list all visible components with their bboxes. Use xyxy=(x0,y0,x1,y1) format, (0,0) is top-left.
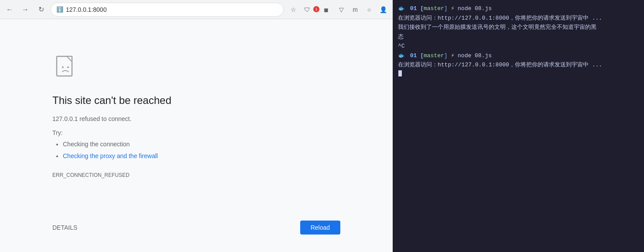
prompt-num-2: 01 [ xyxy=(407,52,424,60)
terminal-line-7: 在浏览器访问：http://127.0.0.1:8000，你将把你的请求发送到宇… xyxy=(398,61,639,69)
error-code: ERR_CONNECTION_REFUSED xyxy=(52,172,340,178)
address-bar[interactable]: ℹ️ 127.0.0.1:8000 xyxy=(51,3,284,17)
error-actions: DETAILS Reload xyxy=(52,221,340,235)
terminal-line-8 xyxy=(398,70,639,76)
details-link[interactable]: DETAILS xyxy=(52,224,77,231)
forward-button[interactable]: → xyxy=(19,3,31,16)
prompt-cmd-2: node 08.js xyxy=(454,52,492,60)
output-4: 在浏览器访问：http://127.0.0.1:8000，你将把你的请求发送到宇… xyxy=(398,61,602,69)
svg-text:◼: ◼ xyxy=(324,7,329,13)
terminal-line-3: 我们接收到了一个用原始膜发送讯号的文明，这个文明竟然完全不知道宇宙的黑 xyxy=(398,23,639,32)
error-icon xyxy=(52,54,79,80)
extension3-button[interactable]: ▽ xyxy=(335,3,347,16)
terminal-cursor xyxy=(398,70,402,76)
toolbar-icons: ☆ 🛡 1 ◼ ▽ m ○ 👤 xyxy=(287,3,389,16)
extension5-button[interactable]: ○ xyxy=(363,3,375,16)
prompt-bracket-close-2: ] xyxy=(444,52,451,60)
browser-panel: ← → ↻ ℹ️ 127.0.0.1:8000 ☆ 🛡 1 ◼ ▽ m ○ 👤 xyxy=(0,0,393,252)
reload-button-page[interactable]: Reload xyxy=(300,221,340,235)
prompt-bracket-close-1: ] xyxy=(444,4,451,13)
extension-icon-wrap: 🛡 1 xyxy=(301,3,319,16)
proxy-link[interactable]: Checking the proxy and the firewall xyxy=(63,152,158,159)
ctrl-c: ^C xyxy=(398,42,405,51)
try-label: Try: xyxy=(52,129,340,136)
output-2: 我们接收到了一个用原始膜发送讯号的文明，这个文明竟然完全不知道宇宙的黑 xyxy=(398,23,596,32)
output-1: 在浏览器访问：http://127.0.0.1:8000，你将把你的请求发送到宇… xyxy=(398,14,602,23)
address-text: 127.0.0.1:8000 xyxy=(66,6,106,13)
browser-toolbar: ← → ↻ ℹ️ 127.0.0.1:8000 ☆ 🛡 1 ◼ ▽ m ○ 👤 xyxy=(0,0,393,19)
error-suggestions: Checking the connection Checking the pro… xyxy=(52,140,340,163)
terminal-line-4: 态 xyxy=(398,33,639,41)
error-subtitle: 127.0.0.1 refused to connect. xyxy=(52,115,340,122)
suggestion-proxy: Checking the proxy and the firewall xyxy=(63,152,340,161)
reload-button[interactable]: ↻ xyxy=(35,3,47,16)
back-button[interactable]: ← xyxy=(3,3,16,16)
prompt-icon-2: 🐟 xyxy=(398,52,405,60)
terminal-line-6: 🐟 01 [ master ] ⚡ node 08.js xyxy=(398,52,639,60)
error-page: This site can't be reached 127.0.0.1 ref… xyxy=(0,19,393,252)
extension4-button[interactable]: m xyxy=(349,3,361,16)
ext-badge: 1 xyxy=(313,6,319,12)
prompt-num-1: 01 [ xyxy=(407,4,424,13)
terminal-line-1: 🐟 01 [ master ] ⚡ node 08.js xyxy=(398,4,639,13)
prompt-bolt-2: ⚡ xyxy=(451,52,454,60)
info-icon: ℹ️ xyxy=(56,6,63,13)
profile-button[interactable]: 👤 xyxy=(377,3,389,16)
prompt-bolt-1: ⚡ xyxy=(451,4,454,13)
prompt-branch-1: master xyxy=(424,4,444,13)
prompt-cmd-1: node 08.js xyxy=(454,4,492,13)
suggestion-connection: Checking the connection xyxy=(63,140,340,149)
svg-point-3 xyxy=(62,66,64,68)
extension1-button[interactable]: 🛡 xyxy=(301,3,313,16)
terminal-panel: 🐟 01 [ master ] ⚡ node 08.js 在浏览器访问：http… xyxy=(393,0,644,252)
prompt-icon-1: 🐟 xyxy=(398,4,405,13)
terminal-line-2: 在浏览器访问：http://127.0.0.1:8000，你将把你的请求发送到宇… xyxy=(398,14,639,23)
terminal-line-5: ^C xyxy=(398,42,639,51)
extension2-button[interactable]: ◼ xyxy=(321,3,333,16)
error-title: This site can't be reached xyxy=(52,94,340,107)
bookmark-button[interactable]: ☆ xyxy=(287,3,299,16)
prompt-branch-2: master xyxy=(424,52,444,60)
svg-point-4 xyxy=(67,66,69,68)
suggestion-connection-text: Checking the connection xyxy=(63,141,130,148)
output-3: 态 xyxy=(398,33,404,41)
